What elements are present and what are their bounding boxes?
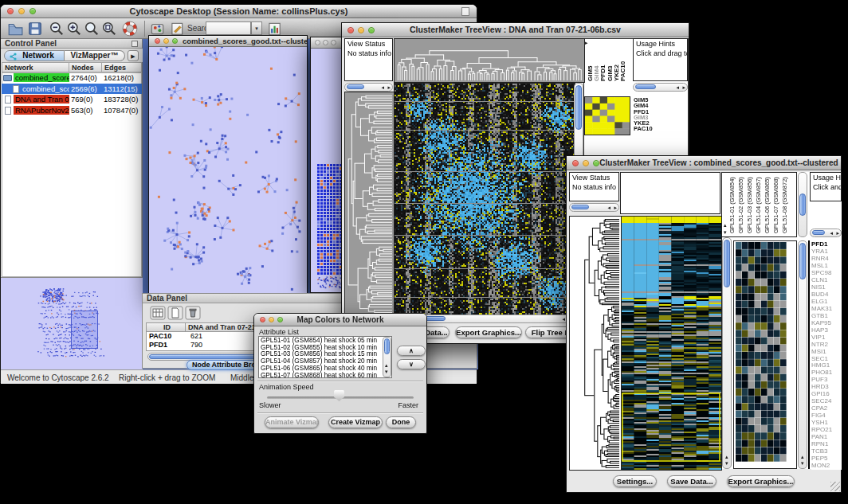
minimize-button[interactable]: [358, 27, 364, 33]
create-vizmap-button[interactable]: Create Vizmap: [328, 416, 383, 428]
tv2-heatmap-canvas[interactable]: [621, 216, 722, 471]
close-button[interactable]: [347, 27, 354, 33]
scroll-up-icon[interactable]: ▴: [801, 455, 804, 460]
close-button[interactable]: [155, 38, 160, 44]
tv2-col-label-3[interactable]: GPL51-03 (GSM856): [747, 177, 753, 233]
maximize-button[interactable]: [593, 160, 599, 166]
main-titlebar[interactable]: Cytoscape Desktop (Session Name: collins…: [1, 5, 477, 18]
scroll-down-icon[interactable]: ▾: [725, 461, 728, 467]
speed-slider-thumb[interactable]: [334, 390, 344, 401]
zoom-in-button[interactable]: [66, 21, 82, 37]
network-canvas[interactable]: [149, 47, 307, 295]
tv1-strip-arrow-icon[interactable]: ▸: [585, 41, 588, 46]
maximize-button[interactable]: [172, 38, 178, 44]
network-table-header-nodes[interactable]: Nodes: [69, 62, 102, 72]
tv2-view-status-scrollbar[interactable]: ◂ ▸: [569, 203, 619, 212]
tv2-titlebar[interactable]: ClusterMaker TreeView : combined_scores_…: [567, 156, 841, 170]
tv2-detail-scrollbar[interactable]: ▴ ▾: [798, 240, 807, 469]
search-input[interactable]: [206, 21, 251, 35]
tv1-usage-hints-scrollbar[interactable]: ◂ ▸: [633, 83, 688, 92]
tv2-settings-button[interactable]: Settings...: [613, 475, 657, 487]
scroll-left-icon[interactable]: ◂: [381, 85, 384, 91]
maximize-button[interactable]: [277, 317, 283, 322]
minimize-button[interactable]: [163, 38, 169, 44]
network-table-header-edges[interactable]: Edges: [101, 62, 142, 72]
tv2-col-label-4[interactable]: GPL51-04 (GSM857): [756, 177, 762, 233]
open-session-button[interactable]: [7, 21, 23, 37]
tab-network[interactable]: Network: [4, 50, 65, 61]
zoom-out-button[interactable]: [49, 21, 65, 37]
tv2-detail-heatmap-canvas[interactable]: [736, 242, 787, 462]
tv2-col-label-2[interactable]: GPL51-02 (GSM855): [738, 177, 744, 233]
tv1-col-label-PAC10[interactable]: PAC10: [620, 61, 626, 81]
tv2-top-dendrogram-area[interactable]: [620, 172, 720, 214]
tv1-export-graphics-button[interactable]: Export Graphics...: [455, 326, 522, 338]
tv2-v-scrollbar[interactable]: ▴ ▾: [722, 237, 732, 469]
scroll-up-icon[interactable]: ▴: [385, 363, 388, 369]
scroll-right-icon[interactable]: ▸: [836, 231, 839, 236]
tv2-left-dendrogram-canvas[interactable]: [569, 216, 622, 471]
tv2-column-labels-scrollbar[interactable]: [798, 172, 807, 237]
animate-vizmap-button[interactable]: Animate Vizmap: [265, 416, 319, 428]
maximize-button[interactable]: [29, 8, 36, 14]
network-row-3[interactable]: RNAPuberNov2+563(0)107847(0): [2, 105, 142, 116]
tv2-export-graphics-button[interactable]: Export Graphics...: [727, 475, 795, 487]
tv1-titlebar[interactable]: ClusterMaker TreeView : DNA and Tran 07-…: [342, 23, 689, 37]
scroll-left-icon[interactable]: ◂: [676, 85, 679, 91]
scroll-right-icon[interactable]: ▸: [387, 85, 391, 91]
search-dropdown-button[interactable]: ▾: [251, 21, 262, 35]
tv2-col-label-7[interactable]: GPL51-08 (GSM872): [782, 177, 788, 233]
tv2-col-label-6[interactable]: GPL51-07 (GSM868): [773, 177, 779, 233]
tv1-left-dendrogram-canvas[interactable]: [344, 92, 395, 315]
close-button[interactable]: [7, 8, 14, 14]
dialog-titlebar[interactable]: Map Colors to Network: [254, 314, 426, 326]
tv2-usage-hints-scrollbar[interactable]: ◂ ▸: [810, 229, 842, 237]
scroll-down-icon[interactable]: ▾: [724, 230, 727, 236]
minimize-button[interactable]: [18, 8, 25, 14]
tab-vizmapper[interactable]: VizMapper™: [65, 50, 125, 61]
float-panel-icon[interactable]: [132, 41, 138, 47]
resize-grip[interactable]: [830, 482, 840, 491]
network-row-0[interactable]: combined_scores_2764(0)16218(0): [2, 72, 142, 84]
edit-annotations-button[interactable]: [169, 21, 185, 37]
tv1-heatmap-canvas[interactable]: [394, 83, 575, 315]
tv1-view-status-scrollbar[interactable]: ◂ ▸: [344, 83, 393, 92]
tv2-save-data-button[interactable]: Save Data...: [667, 475, 716, 487]
tv1-row-label-PAC10[interactable]: PAC10: [634, 126, 686, 131]
minimize-button[interactable]: [323, 40, 328, 45]
scroll-up-icon[interactable]: ▴: [724, 223, 727, 229]
network-table-header-network[interactable]: Network: [2, 62, 69, 72]
maximize-button[interactable]: [331, 40, 336, 45]
attribute-list-scrollbar[interactable]: ▴ ▾: [383, 337, 391, 377]
new-attribute-button[interactable]: [167, 306, 183, 320]
tab-overflow-button[interactable]: ▶: [128, 50, 139, 61]
plugins-icon-button[interactable]: [149, 21, 165, 37]
close-button[interactable]: [315, 40, 320, 45]
id-header-cell[interactable]: ID: [146, 322, 186, 332]
scroll-right-icon[interactable]: ▸: [614, 205, 617, 211]
minimize-button[interactable]: [269, 317, 274, 322]
attribute-browser-icon-button[interactable]: [266, 21, 282, 37]
delete-attribute-trash-button[interactable]: [185, 306, 201, 320]
scroll-down-icon[interactable]: ▾: [385, 369, 388, 375]
zoom-selected-button[interactable]: [84, 21, 100, 37]
scroll-down-icon[interactable]: ▾: [801, 461, 804, 467]
minimize-button[interactable]: [583, 160, 589, 166]
attribute-item-5[interactable]: GPL51-07 (GSM868) heat shock 60 min: [261, 373, 390, 378]
help-lifering-button[interactable]: [122, 21, 138, 37]
scroll-left-icon[interactable]: ◂: [830, 231, 833, 236]
scroll-right-icon[interactable]: ▸: [682, 85, 685, 91]
close-button[interactable]: [572, 160, 579, 166]
attribute-listbox[interactable]: GPL51-01 (GSM854) heat shock 05 minGPL51…: [258, 336, 392, 378]
network-overview-canvas[interactable]: [1, 279, 141, 369]
network-view-titlebar[interactable]: combined_scores_good.txt--cluste...: [149, 36, 307, 47]
save-session-button[interactable]: [27, 21, 43, 37]
move-up-button[interactable]: ∧: [397, 346, 426, 356]
move-down-button[interactable]: ∨: [397, 359, 426, 369]
gene-label-MON2[interactable]: MON2: [811, 463, 842, 470]
scroll-left-icon[interactable]: ◂: [562, 317, 565, 322]
tv2-col-label-1[interactable]: GPL51-01 (GSM854): [729, 177, 736, 233]
zoom-fit-button[interactable]: [101, 21, 117, 37]
tv1-top-dendrogram-canvas[interactable]: [394, 38, 585, 83]
table-mode-button[interactable]: [150, 306, 166, 320]
